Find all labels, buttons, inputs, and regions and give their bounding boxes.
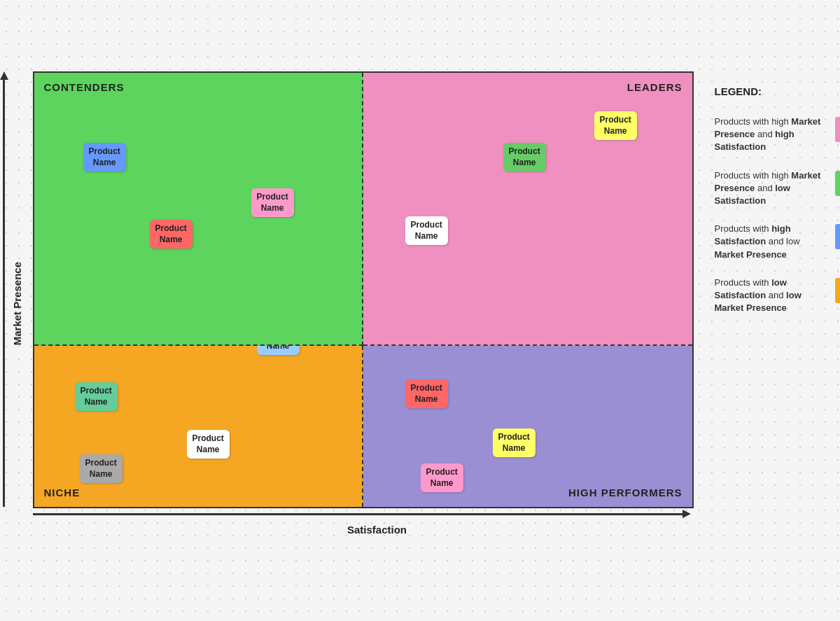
- product-card-p13[interactable]: ProductName: [421, 463, 463, 492]
- product-card-p11[interactable]: ProductName: [405, 379, 448, 408]
- legend-item-1: Products with high Market Presence and h…: [715, 116, 841, 154]
- legend-area: LEGEND: Products with high Market Presen…: [715, 85, 841, 314]
- quadrant-niche: NICHE ProductName ProductName ProductNam…: [34, 346, 363, 507]
- product-card-p10[interactable]: ProductName: [80, 454, 122, 483]
- y-axis: [0, 71, 8, 507]
- legend-item-4: Products with low Satisfaction and low M…: [715, 277, 841, 315]
- y-axis-label: Market Presence: [11, 262, 23, 345]
- legend-item-2: Products with high Market Presence and l…: [715, 169, 841, 208]
- legend-box-1: [835, 117, 841, 142]
- product-card-p9[interactable]: ProductName: [187, 430, 230, 459]
- leaders-label: LEADERS: [627, 81, 682, 93]
- contenders-label: CONTENDERS: [44, 81, 125, 93]
- legend-title: LEGEND:: [715, 85, 841, 97]
- legend-text-2: Products with high Market Presence and l…: [715, 169, 827, 208]
- product-card-p12[interactable]: ProductName: [493, 428, 536, 457]
- legend-text-3: Products with high Satisfaction and low …: [715, 223, 827, 261]
- x-axis: [33, 510, 691, 518]
- legend-text-1: Products with high Market Presence and h…: [715, 116, 827, 154]
- main-container: Market Presence CONTENDERS ProductName P…: [0, 57, 840, 564]
- quadrant-high-performers: HIGH PERFORMERS ProductName ProductName …: [363, 346, 692, 507]
- y-axis-line: [3, 80, 5, 507]
- legend-box-4: [835, 278, 841, 303]
- quadrant-leaders: LEADERS ProductName ProductName ProductN…: [363, 73, 692, 346]
- x-axis-arrow: [682, 510, 691, 518]
- niche-label: NICHE: [44, 487, 80, 498]
- product-card-p1[interactable]: ProductName: [83, 143, 126, 172]
- legend-box-3: [835, 224, 841, 249]
- product-card-p2[interactable]: ProductName: [150, 220, 192, 249]
- y-axis-arrow: [0, 71, 8, 80]
- chart-area: Market Presence CONTENDERS ProductName P…: [0, 71, 694, 536]
- x-axis-line: [33, 513, 682, 515]
- x-axis-label: Satisfaction: [61, 524, 694, 536]
- product-card-p6[interactable]: ProductName: [405, 216, 448, 245]
- product-card-p4[interactable]: ProductName: [594, 111, 637, 140]
- legend-text-4: Products with low Satisfaction and low M…: [715, 277, 827, 315]
- legend-box-2: [835, 171, 841, 196]
- legend-item-3: Products with high Satisfaction and low …: [715, 223, 841, 261]
- product-card-p3[interactable]: ProductName: [251, 188, 294, 217]
- chart-and-x: CONTENDERS ProductName ProductName Produ…: [33, 71, 694, 536]
- product-card-p7[interactable]: ProductName: [257, 346, 300, 355]
- high-performers-label: HIGH PERFORMERS: [568, 487, 682, 498]
- quadrant-contenders: CONTENDERS ProductName ProductName Produ…: [34, 73, 363, 346]
- product-card-p5[interactable]: ProductName: [503, 143, 546, 172]
- quadrant-grid: CONTENDERS ProductName ProductName Produ…: [33, 71, 694, 508]
- product-card-p8[interactable]: ProductName: [75, 382, 118, 411]
